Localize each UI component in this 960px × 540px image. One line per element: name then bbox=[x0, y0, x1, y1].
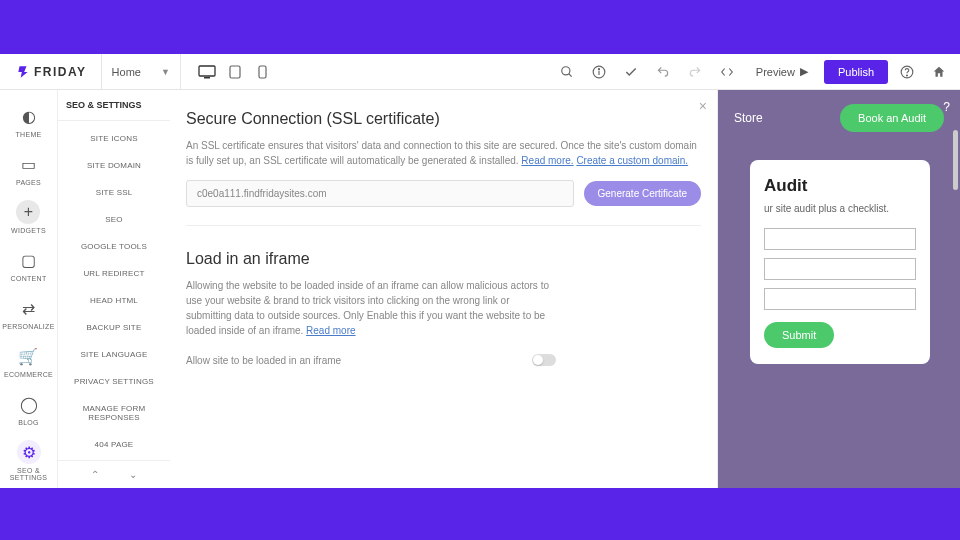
generate-certificate-button[interactable]: Generate Certificate bbox=[584, 181, 702, 206]
site-preview: ? Store Book an Audit Audit ur site audi… bbox=[718, 90, 960, 488]
cart-icon: 🛒 bbox=[16, 344, 40, 368]
tablet-icon[interactable] bbox=[225, 64, 245, 80]
form-input-3[interactable] bbox=[764, 288, 916, 310]
rail-content[interactable]: ▢CONTENT bbox=[11, 244, 47, 286]
devmode-icon[interactable] bbox=[714, 59, 740, 85]
rail-label: CONTENT bbox=[11, 275, 47, 282]
chevron-down-icon[interactable]: ⌄ bbox=[129, 469, 137, 480]
mobile-icon[interactable] bbox=[253, 64, 273, 80]
undo-icon[interactable] bbox=[650, 59, 676, 85]
sub-url-redirect[interactable]: URL REDIRECT bbox=[58, 260, 170, 287]
sub-seo[interactable]: SEO bbox=[58, 206, 170, 233]
rail-label: PAGES bbox=[16, 179, 41, 186]
sub-head-html[interactable]: HEAD HTML bbox=[58, 287, 170, 314]
sliders-icon: ⇄ bbox=[16, 296, 40, 320]
publish-button[interactable]: Publish bbox=[824, 60, 888, 84]
logo-text: FRIDAY bbox=[34, 65, 87, 79]
preview-button[interactable]: Preview ▶ bbox=[746, 60, 818, 84]
sub-404-page[interactable]: 404 PAGE bbox=[58, 431, 170, 458]
page-selector[interactable]: Home ▼ bbox=[101, 54, 181, 89]
rail-blog[interactable]: ◯BLOG bbox=[17, 388, 41, 430]
page-selector-label: Home bbox=[112, 66, 141, 78]
sub-site-ssl[interactable]: SITE SSL bbox=[58, 179, 170, 206]
sub-privacy-settings[interactable]: PRIVACY SETTINGS bbox=[58, 368, 170, 395]
rail-label: ECOMMERCE bbox=[4, 371, 53, 378]
preview-store-link[interactable]: Store bbox=[734, 111, 763, 125]
scrollbar[interactable] bbox=[953, 130, 958, 190]
help-icon[interactable] bbox=[894, 59, 920, 85]
chevron-up-icon[interactable]: ⌃ bbox=[91, 469, 99, 480]
rail-label: THEME bbox=[16, 131, 42, 138]
sub-site-icons[interactable]: SITE ICONS bbox=[58, 125, 170, 152]
iframe-title: Load in an iframe bbox=[186, 250, 701, 268]
plus-icon: + bbox=[16, 200, 40, 224]
rail-pages[interactable]: ▭PAGES bbox=[16, 148, 41, 190]
form-input-2[interactable] bbox=[764, 258, 916, 280]
desktop-icon[interactable] bbox=[197, 64, 217, 80]
rail-widgets[interactable]: +WIDGETS bbox=[11, 196, 46, 238]
logo-icon bbox=[16, 65, 30, 79]
svg-line-5 bbox=[569, 73, 572, 76]
home-icon[interactable] bbox=[926, 59, 952, 85]
iframe-toggle[interactable] bbox=[532, 354, 556, 366]
panel-title: SEO & SETTINGS bbox=[58, 90, 170, 121]
rail-label: BLOG bbox=[18, 419, 39, 426]
svg-point-10 bbox=[907, 75, 908, 76]
book-audit-button[interactable]: Book an Audit bbox=[840, 104, 944, 132]
svg-point-8 bbox=[598, 68, 599, 69]
pages-icon: ▭ bbox=[16, 152, 40, 176]
card-title: Audit bbox=[764, 176, 916, 196]
svg-rect-1 bbox=[204, 77, 210, 79]
ssl-desc: An SSL certificate ensures that visitors… bbox=[186, 138, 701, 168]
search-icon[interactable] bbox=[554, 59, 580, 85]
folder-icon: ▢ bbox=[17, 248, 41, 272]
logo: FRIDAY bbox=[8, 65, 95, 79]
form-input-1[interactable] bbox=[764, 228, 916, 250]
chat-icon: ◯ bbox=[17, 392, 41, 416]
palette-icon: ◐ bbox=[17, 104, 41, 128]
rail-label: WIDGETS bbox=[11, 227, 46, 234]
check-icon[interactable] bbox=[618, 59, 644, 85]
rail-ecommerce[interactable]: 🛒ECOMMERCE bbox=[4, 340, 53, 382]
sub-site-domain[interactable]: SITE DOMAIN bbox=[58, 152, 170, 179]
ssl-read-more-link[interactable]: Read more. bbox=[521, 155, 573, 166]
rail-label: SEO & SETTINGS bbox=[0, 467, 57, 481]
submit-button[interactable]: Submit bbox=[764, 322, 834, 348]
close-icon[interactable]: × bbox=[699, 98, 707, 114]
preview-help-icon[interactable]: ? bbox=[943, 100, 950, 114]
svg-point-4 bbox=[562, 66, 570, 74]
sub-google-tools[interactable]: GOOGLE TOOLS bbox=[58, 233, 170, 260]
play-icon: ▶ bbox=[800, 65, 808, 78]
left-rail: ◐THEME ▭PAGES +WIDGETS ▢CONTENT ⇄PERSONA… bbox=[0, 90, 58, 488]
sub-manage-form-responses[interactable]: MANAGE FORM RESPONSES bbox=[58, 395, 170, 431]
iframe-desc: Allowing the website to be loaded inside… bbox=[186, 278, 556, 338]
card-desc: ur site audit plus a checklist. bbox=[764, 202, 916, 216]
svg-rect-3 bbox=[259, 66, 266, 78]
preview-label: Preview bbox=[756, 66, 795, 78]
gear-icon: ⚙ bbox=[17, 440, 41, 464]
rail-theme[interactable]: ◐THEME bbox=[16, 100, 42, 142]
sub-backup-site[interactable]: BACKUP SITE bbox=[58, 314, 170, 341]
rail-personalize[interactable]: ⇄PERSONALIZE bbox=[2, 292, 54, 334]
ssl-domain-field: c0e0a111.findfridaysites.com bbox=[186, 180, 574, 207]
info-icon[interactable] bbox=[586, 59, 612, 85]
rail-seo-settings[interactable]: ⚙SEO & SETTINGS bbox=[0, 436, 57, 485]
sub-site-language[interactable]: SITE LANGUAGE bbox=[58, 341, 170, 368]
svg-rect-2 bbox=[230, 66, 240, 78]
create-domain-link[interactable]: Create a custom domain. bbox=[576, 155, 688, 166]
iframe-toggle-label: Allow site to be loaded in an iframe bbox=[186, 355, 341, 366]
ssl-title: Secure Connection (SSL certificate) bbox=[186, 110, 701, 128]
rail-label: PERSONALIZE bbox=[2, 323, 54, 330]
chevron-down-icon: ▼ bbox=[161, 67, 170, 77]
iframe-read-more-link[interactable]: Read more bbox=[306, 325, 355, 336]
svg-rect-0 bbox=[199, 66, 215, 76]
redo-icon[interactable] bbox=[682, 59, 708, 85]
